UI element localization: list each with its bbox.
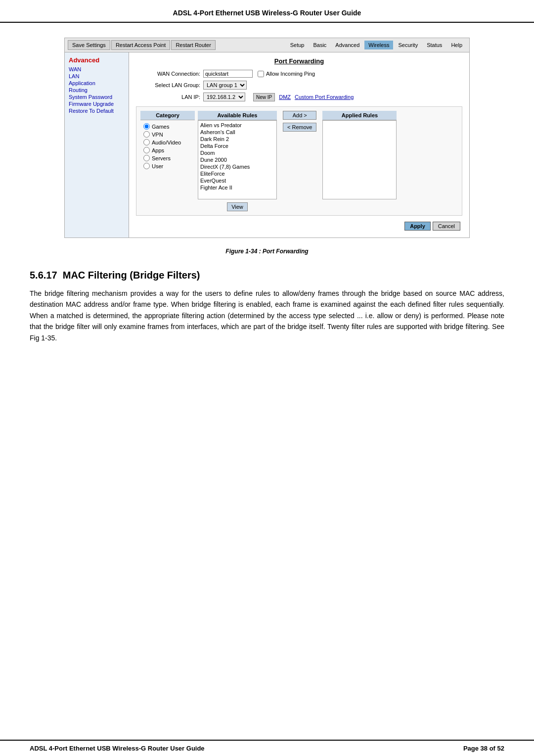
remove-button[interactable]: < Remove xyxy=(283,123,316,132)
ip-actions-row: New IP DMZ Custom Port Forwarding xyxy=(253,93,354,101)
category-column: Category Games VPN xyxy=(140,111,195,174)
list-item[interactable]: Delta Force xyxy=(199,142,275,149)
radio-servers-input[interactable] xyxy=(143,155,150,161)
list-item[interactable]: EverQuest xyxy=(199,177,275,184)
header-title: ADSL 4-Port Ethernet USB Wireless-G Rout… xyxy=(173,9,361,17)
save-settings-button[interactable]: Save Settings xyxy=(68,40,110,50)
sidebar-link-application[interactable]: Application xyxy=(69,80,125,87)
radio-user-label: User xyxy=(152,163,163,169)
radio-vpn-input[interactable] xyxy=(143,131,150,138)
list-item[interactable]: Dune 2000 xyxy=(199,156,275,163)
view-btn-row: View xyxy=(198,202,277,211)
tab-help[interactable]: Help xyxy=(447,41,466,49)
router-ui: Save Settings Restart Access Point Resta… xyxy=(64,38,470,238)
section-title: MAC Filtering (Bridge Filters) xyxy=(63,270,200,281)
sidebar-section-advanced: Advanced xyxy=(69,56,125,64)
tab-status[interactable]: Status xyxy=(423,41,446,49)
radio-vpn: VPN xyxy=(143,131,192,138)
tab-security[interactable]: Security xyxy=(394,41,422,49)
list-item[interactable]: EliteForce xyxy=(199,170,275,177)
select-lan-group-select[interactable]: LAN group 1 xyxy=(203,81,247,90)
list-item[interactable]: Doom xyxy=(199,149,275,156)
rules-area: Category Games VPN xyxy=(136,106,462,216)
available-rules-list[interactable]: Alien vs Predator Asheron's Call Dark Re… xyxy=(198,120,277,199)
sidebar: Advanced WAN LAN Application Routing Sys… xyxy=(65,52,129,237)
available-rules-header: Available Rules xyxy=(198,111,277,120)
sidebar-link-wan[interactable]: WAN xyxy=(69,66,125,73)
new-ip-button[interactable]: New IP xyxy=(253,93,275,101)
list-item[interactable]: Fighter Ace II xyxy=(199,184,275,191)
page-footer: ADSL 4-Port Ethernet USB Wireless-G Rout… xyxy=(0,740,534,756)
radio-user-input[interactable] xyxy=(143,163,150,169)
bottom-buttons: Apply Cancel xyxy=(136,220,462,233)
tab-advanced[interactable]: Advanced xyxy=(331,41,363,49)
applied-rules-column: Applied Rules xyxy=(322,111,397,199)
radio-games-input[interactable] xyxy=(143,123,150,130)
lan-ip-row: LAN IP: 192.168.1.2 New IP DMZ Custom Po… xyxy=(136,93,462,101)
tab-wireless[interactable]: Wireless xyxy=(364,41,393,49)
nav-bar: Save Settings Restart Access Point Resta… xyxy=(65,38,469,52)
radio-audiovideo-label: Audio/Video xyxy=(152,140,181,145)
restart-router-button[interactable]: Restart Router xyxy=(171,40,216,50)
wan-connection-row: WAN Connection: Allow Incoming Ping xyxy=(136,70,462,78)
restart-ap-button[interactable]: Restart Access Point xyxy=(111,40,171,50)
allow-incoming-ping-row: Allow Incoming Ping xyxy=(258,71,315,77)
list-item[interactable]: Asheron's Call xyxy=(199,129,275,136)
sidebar-link-system-password[interactable]: System Password xyxy=(69,94,125,100)
footer-right: Page 38 of 52 xyxy=(463,745,504,752)
sidebar-link-routing[interactable]: Routing xyxy=(69,87,125,94)
radio-apps: Apps xyxy=(143,147,192,153)
radio-audiovideo: Audio/Video xyxy=(143,139,192,145)
cancel-button[interactable]: Cancel xyxy=(433,222,460,231)
tab-basic[interactable]: Basic xyxy=(309,41,330,49)
apply-button[interactable]: Apply xyxy=(404,222,431,231)
category-section: Games VPN Audio/Video xyxy=(140,120,195,174)
rules-columns: Category Games VPN xyxy=(140,111,397,211)
allow-incoming-ping-checkbox[interactable] xyxy=(258,71,264,77)
figure-caption: Figure 1-34 : Port Forwarding xyxy=(30,248,504,255)
custom-port-forwarding-link[interactable]: Custom Port Forwarding xyxy=(295,94,354,100)
main-panel: Port Forwarding WAN Connection: Allow In… xyxy=(129,52,469,237)
radio-vpn-label: VPN xyxy=(152,132,163,138)
radio-games-label: Games xyxy=(152,124,169,130)
select-lan-group-label: Select LAN Group: xyxy=(136,82,200,88)
panel-title: Port Forwarding xyxy=(136,57,462,65)
applied-rules-list[interactable] xyxy=(322,120,397,199)
list-item[interactable]: DirectX (7,8) Games xyxy=(199,163,275,170)
page-content: Save Settings Restart Access Point Resta… xyxy=(0,23,534,368)
section-number: 5.6.17 xyxy=(30,270,57,281)
add-button[interactable]: Add > xyxy=(283,111,316,120)
sidebar-link-firmware-upgrade[interactable]: Firmware Upgrade xyxy=(69,100,125,107)
tab-setup[interactable]: Setup xyxy=(286,41,309,49)
radio-games: Games xyxy=(143,123,192,130)
sidebar-link-restore-default[interactable]: Restore To Default xyxy=(69,107,125,114)
router-body: Advanced WAN LAN Application Routing Sys… xyxy=(65,52,469,237)
allow-incoming-ping-label: Allow Incoming Ping xyxy=(266,71,315,77)
list-item[interactable]: Alien vs Predator xyxy=(199,122,275,129)
body-text: The bridge filtering mechanism provides … xyxy=(30,288,504,343)
lan-ip-label: LAN IP: xyxy=(136,94,200,100)
section-heading: 5.6.17 MAC Filtering (Bridge Filters) xyxy=(30,270,504,281)
dmz-link[interactable]: DMZ xyxy=(279,94,291,100)
category-header: Category xyxy=(140,111,195,120)
middle-buttons: Add > < Remove xyxy=(280,111,319,132)
radio-apps-label: Apps xyxy=(152,147,164,153)
radio-servers: Servers xyxy=(143,155,192,161)
lan-ip-select[interactable]: 192.168.1.2 xyxy=(203,93,245,101)
view-button[interactable]: View xyxy=(227,202,248,211)
radio-audiovideo-input[interactable] xyxy=(143,139,150,145)
radio-user: User xyxy=(143,163,192,169)
list-item[interactable]: Dark Rein 2 xyxy=(199,136,275,142)
page-header: ADSL 4-Port Ethernet USB Wireless-G Rout… xyxy=(0,0,534,23)
wan-connection-label: WAN Connection: xyxy=(136,71,200,77)
select-lan-group-row: Select LAN Group: LAN group 1 xyxy=(136,81,462,90)
sidebar-link-lan[interactable]: LAN xyxy=(69,73,125,80)
footer-left: ADSL 4-Port Ethernet USB Wireless-G Rout… xyxy=(30,745,205,752)
wan-connection-input[interactable] xyxy=(203,70,253,78)
radio-servers-label: Servers xyxy=(152,155,171,161)
available-rules-column: Available Rules Alien vs Predator Ashero… xyxy=(198,111,277,211)
applied-rules-header: Applied Rules xyxy=(322,111,397,120)
radio-apps-input[interactable] xyxy=(143,147,150,153)
